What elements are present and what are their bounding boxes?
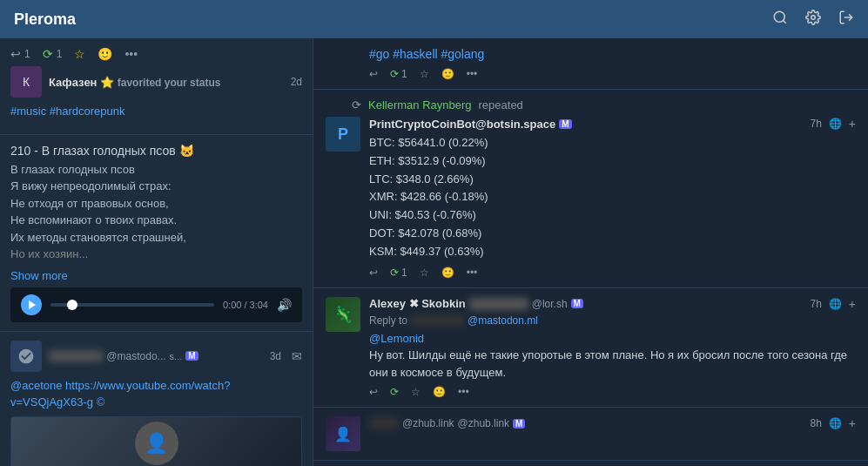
skobkin-content: @Lemonid Ну вот. Шилды ещё не такие упор… [369, 330, 856, 382]
audio-player: 0:00 / 3:04 🔊 [10, 287, 302, 322]
top-partial-post: #go #haskell #golang ↩ ⟳ 1 ☆ 🙂 ••• [313, 38, 868, 90]
zhub-mastodon-badge: M [513, 419, 525, 429]
emoji-action[interactable]: 🙂 [433, 386, 446, 398]
link-preview-image: 👤 [11, 417, 301, 467]
star-action[interactable]: ☆ [420, 68, 429, 80]
link-post-avatar [10, 341, 42, 372]
reply-action[interactable]: ↩ 1 [10, 47, 30, 61]
notification-meta: Кафазен ⭐ favorited your status [49, 76, 284, 89]
play-button[interactable] [21, 294, 42, 315]
retweet-action[interactable]: ⟳ 1 [43, 47, 63, 61]
zhub-handle: @zhub.link [402, 417, 454, 429]
crypto-content: BTC: $56441.0 (0.22%) ETH: $3512.9 (-0.0… [369, 134, 856, 261]
reposter-action: repeated [479, 98, 523, 111]
reply-icon: ↩ [369, 68, 378, 80]
zhub-post: 👤 ████ @zhub.link @zhub.link M 8h 🌐 + [313, 408, 868, 461]
progress-dot [67, 300, 77, 310]
skobkin-expand-icon[interactable]: + [849, 297, 856, 311]
skobkin-handle-blurred: ████████ [469, 298, 528, 310]
star-action[interactable]: ☆ [411, 386, 421, 398]
expand-icon[interactable]: + [849, 117, 856, 131]
zhub-post-main: 👤 ████ @zhub.link @zhub.link M 8h 🌐 + [326, 416, 856, 451]
star-icon: ☆ [420, 68, 429, 80]
retweet-count: 1 [57, 48, 63, 60]
volume-icon[interactable]: 🔊 [277, 298, 292, 312]
emoji-action[interactable]: 🙂 [441, 267, 454, 279]
post-content: В глазах голодных псов Я вижу непреодоли… [10, 161, 302, 263]
post-mention: @acetone [10, 379, 62, 392]
globe-icon: 🌐 [829, 118, 842, 130]
progress-bar[interactable] [50, 303, 214, 307]
time-display: 0:00 / 3:04 [223, 300, 268, 310]
more-action[interactable]: ••• [458, 386, 469, 398]
skobkin-post-main: 🦎 Alexey ✖ Skobkin ████████ @lor.sh M 7h… [326, 297, 856, 399]
link-post-subhandle: s... [170, 351, 183, 361]
skobkin-handle-suffix: @lor.sh [532, 298, 568, 310]
crypto-post: ⟳ Kellerman Raynberg repeated P PrintCry… [313, 90, 868, 288]
envelope-icon: ✉ [292, 349, 302, 363]
link-post-content: @acetone https://www.youtube.com/watch?v… [10, 377, 302, 411]
reposter-line: ⟳ Kellerman Raynberg repeated [326, 98, 856, 111]
skobkin-user-line: Alexey ✖ Skobkin ████████ @lor.sh M 7h 🌐… [369, 297, 856, 311]
top-action-bar: ↩ ⟳ 1 ☆ 🙂 ••• [326, 68, 856, 80]
emoji-action[interactable]: 🙂 [98, 47, 112, 61]
top-hashtags: #go #haskell #golang [369, 47, 484, 61]
skobkin-mention: @Lemonid [369, 332, 424, 345]
retweet-action[interactable]: ⟳ 1 [390, 68, 407, 80]
crypto-post-main: P PrintCryptoCoinBot@botsin.space M 7h 🌐… [326, 117, 856, 279]
notification-username: Кафазен ⭐ favorited your status [49, 76, 284, 89]
reply-icon: ↩ [10, 47, 21, 61]
search-icon[interactable] [772, 10, 788, 30]
settings-icon[interactable] [805, 10, 821, 30]
star-action[interactable]: ☆ [74, 47, 85, 61]
logout-icon[interactable] [838, 10, 854, 30]
retweet-icon: ⟳ [390, 267, 399, 279]
blurred-username: ████████ [49, 351, 103, 361]
more-icon: ••• [467, 68, 478, 80]
retweet-icon: ⟳ [43, 47, 53, 61]
zhub-time: 8h [810, 417, 821, 429]
reply-action[interactable]: ↩ [369, 267, 378, 279]
skobkin-post: 🦎 Alexey ✖ Skobkin ████████ @lor.sh M 7h… [313, 288, 868, 409]
zhub-avatar: 👤 [326, 416, 360, 451]
reply-action[interactable]: ↩ [369, 68, 378, 80]
crypto-time: 7h [810, 118, 821, 130]
star-icon: ☆ [411, 386, 421, 398]
more-icon: ••• [458, 386, 469, 398]
crypto-user-line: PrintCryptoCoinBot@botsin.space M 7h 🌐 + [369, 117, 856, 131]
retweet-icon: ⟳ [390, 68, 399, 80]
crypto-mastodon-badge: M [559, 119, 571, 129]
emoji-icon: 🙂 [433, 386, 446, 398]
emoji-action[interactable]: 🙂 [441, 68, 454, 80]
reply-count: 1 [24, 48, 30, 60]
retweet-action[interactable]: ⟳ 1 [390, 267, 407, 279]
more-icon: ••• [467, 267, 478, 279]
more-action[interactable]: ••• [124, 47, 138, 61]
reply-handle: @mastodon.ml [468, 314, 538, 327]
zhub-username-blurred: ████ [369, 417, 399, 429]
skobkin-time: 7h [810, 298, 821, 310]
crypto-username: PrintCryptoCoinBot@botsin.space [369, 118, 555, 131]
zhub-post-body: ████ @zhub.link @zhub.link M 8h 🌐 + [369, 416, 856, 451]
retweet-action[interactable]: ⟳ [390, 386, 399, 398]
more-action[interactable]: ••• [467, 267, 478, 279]
reply-to-line: Reply to ████████ @mastodon.ml [369, 314, 856, 327]
reply-action[interactable]: ↩ [369, 386, 378, 398]
app-title: Pleroma [14, 10, 76, 29]
more-action[interactable]: ••• [467, 68, 478, 80]
zhub-globe-icon: 🌐 [829, 417, 842, 429]
emoji-icon: 🙂 [441, 267, 454, 279]
svg-point-0 [774, 11, 784, 22]
link-post-meta: ████████ @mastodo... s... M [49, 350, 263, 362]
mastodon-badge: M [185, 351, 198, 361]
reply-icon: ↩ [369, 267, 378, 279]
link-post-card: ████████ @mastodo... s... M 3d ✉ @aceton… [0, 332, 313, 467]
zhub-expand-icon[interactable]: + [849, 416, 856, 430]
emoji-icon: 🙂 [441, 68, 454, 80]
main-container: ↩ 1 ⟳ 1 ☆ 🙂 ••• К [0, 38, 868, 466]
skobkin-action-bar: ↩ ⟳ ☆ 🙂 ••• [369, 386, 856, 398]
reposter-name: Kellerman Raynberg [368, 98, 472, 111]
show-more-button[interactable]: Show more [10, 269, 68, 282]
notification-card: ↩ 1 ⟳ 1 ☆ 🙂 ••• К [0, 38, 313, 135]
star-action[interactable]: ☆ [420, 267, 429, 279]
